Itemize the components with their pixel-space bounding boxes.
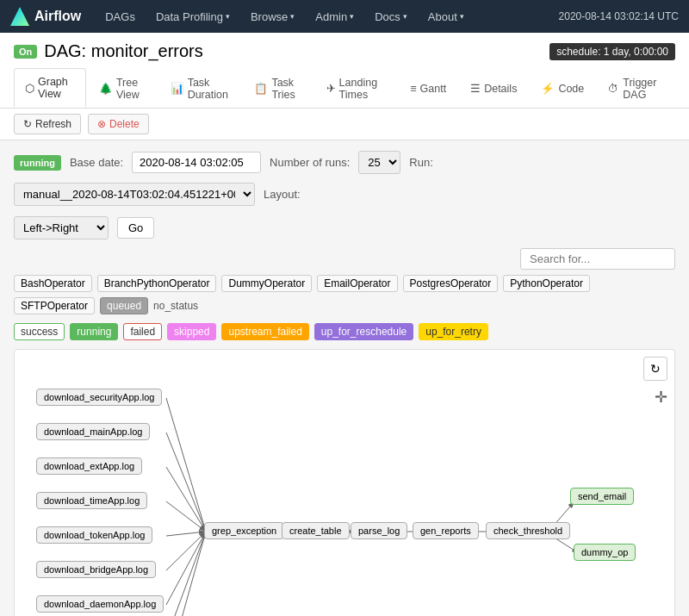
legend-bash-operator[interactable]: BashOperator <box>14 275 92 292</box>
legend-email-operator[interactable]: EmailOperator <box>317 275 397 292</box>
nav-browse[interactable]: Browse ▾ <box>242 3 303 30</box>
tab-tree-view[interactable]: 🌲 Tree View <box>88 68 158 108</box>
nav-dags[interactable]: DAGs <box>96 3 144 30</box>
dag-title-row: On DAG: monitor_errors schedule: 1 day, … <box>14 41 675 61</box>
zoom-in-icon[interactable]: ✛ <box>655 388 667 407</box>
filter-row-2: Left->Right Go <box>14 216 675 240</box>
nav-admin[interactable]: Admin ▾ <box>307 3 363 30</box>
datetime-display: 2020-08-14 03:02:14 UTC <box>559 10 679 22</box>
toolbar: ↻ Refresh ⊗ Delete <box>0 109 689 140</box>
legend-dummy-operator[interactable]: DummyOperator <box>221 275 312 292</box>
top-navigation: Airflow DAGs Data Profiling ▾ Browse ▾ A… <box>0 0 689 33</box>
svg-line-4 <box>166 501 206 532</box>
task-node-check-threshold[interactable]: check_threshold <box>486 522 570 539</box>
run-label: Run: <box>409 156 432 169</box>
nav-links: DAGs Data Profiling ▾ Browse ▾ Admin ▾ D… <box>96 3 558 30</box>
svg-line-3 <box>166 467 206 532</box>
refresh-icon: ↻ <box>23 118 32 130</box>
delete-button[interactable]: ⊗ Delete <box>88 114 149 134</box>
legend-upstream-failed[interactable]: upstream_failed <box>221 323 308 340</box>
graph-canvas: download_securityApp.log download_mainAp… <box>14 349 675 616</box>
base-date-input[interactable] <box>132 152 261 173</box>
on-badge[interactable]: On <box>14 45 37 59</box>
task-tries-icon: 📋 <box>254 82 268 95</box>
num-runs-select[interactable]: 25 <box>358 151 400 174</box>
legend-no-status: no_status <box>153 300 198 312</box>
go-button[interactable]: Go <box>117 217 154 239</box>
tab-gantt[interactable]: ≡ Gantt <box>399 68 457 108</box>
svg-line-2 <box>166 432 206 532</box>
task-node-download-token[interactable]: download_tokenApp.log <box>36 526 152 544</box>
base-date-label: Base date: <box>70 156 123 169</box>
nav-data-profiling[interactable]: Data Profiling ▾ <box>147 3 239 30</box>
legend-running[interactable]: running <box>70 323 118 340</box>
trigger-icon: ⏱ <box>608 83 619 95</box>
svg-line-7 <box>166 532 206 605</box>
legend-branch-python-operator[interactable]: BranchPythonOperator <box>97 275 217 292</box>
page-header: On DAG: monitor_errors schedule: 1 day, … <box>0 33 689 109</box>
logo-text: Airflow <box>34 9 81 24</box>
landing-times-icon: ✈ <box>326 82 336 95</box>
legend-up-for-reschedule[interactable]: up_for_reschedule <box>314 323 413 340</box>
task-node-send-email[interactable]: send_email <box>570 488 634 505</box>
tab-details[interactable]: ☰ Details <box>459 68 528 108</box>
airflow-logo-icon <box>10 7 29 26</box>
task-node-download-security[interactable]: download_securityApp.log <box>36 389 162 406</box>
tab-code[interactable]: ⚡ Code <box>530 68 595 108</box>
details-icon: ☰ <box>470 82 481 95</box>
legend-python-operator[interactable]: PythonOperator <box>503 275 590 292</box>
svg-line-8 <box>166 532 206 616</box>
tab-task-tries[interactable]: 📋 Task Tries <box>243 68 313 108</box>
tab-task-duration[interactable]: 📊 Task Duration <box>159 68 242 108</box>
task-node-gen-reports[interactable]: gen_reports <box>413 522 479 539</box>
gantt-icon: ≡ <box>410 83 416 95</box>
task-node-dummy-op[interactable]: dummy_op <box>574 544 636 561</box>
tab-graph-view[interactable]: ⬡ Graph View <box>14 68 86 108</box>
legend-failed[interactable]: failed <box>123 323 162 340</box>
task-node-download-ext[interactable]: download_extApp.log <box>36 457 142 475</box>
layout-label: Layout: <box>264 188 301 201</box>
svg-line-1 <box>166 398 206 532</box>
graph-refresh-button[interactable]: ↻ <box>643 357 667 381</box>
svg-line-9 <box>166 532 206 616</box>
legend-success[interactable]: success <box>14 323 65 340</box>
task-node-download-bridge[interactable]: download_bridgeApp.log <box>36 561 156 578</box>
running-status-badge: running <box>14 155 61 171</box>
refresh-button[interactable]: ↻ Refresh <box>14 114 81 134</box>
task-node-grep-exception[interactable]: grep_exception <box>204 522 284 539</box>
tree-view-icon: 🌲 <box>99 82 113 95</box>
legend-queued[interactable]: queued <box>100 297 148 314</box>
graph-view-icon: ⬡ <box>25 82 34 95</box>
dag-name: DAG: monitor_errors <box>44 41 203 61</box>
tab-landing-times[interactable]: ✈ Landing Times <box>315 68 398 108</box>
task-node-download-time[interactable]: download_timeApp.log <box>36 492 147 509</box>
legend-status-row: success running failed skipped upstream_… <box>14 323 675 340</box>
dag-title: On DAG: monitor_errors <box>14 41 203 61</box>
tab-bar: ⬡ Graph View 🌲 Tree View 📊 Task Duration… <box>14 68 675 108</box>
task-node-parse-log[interactable]: parse_log <box>351 522 407 539</box>
layout-select[interactable]: Left->Right <box>14 216 109 240</box>
svg-line-6 <box>166 532 206 570</box>
delete-icon: ⊗ <box>97 118 106 130</box>
legend-row: BashOperator BranchPythonOperator DummyO… <box>14 275 675 314</box>
run-select[interactable]: manual__2020-08-14T03:02:04.451221+00:00 <box>14 183 255 206</box>
task-node-download-daemon[interactable]: download_daemonApp.log <box>36 595 164 613</box>
schedule-badge: schedule: 1 day, 0:00:00 <box>549 43 675 60</box>
search-row <box>14 248 675 270</box>
legend-postgres-operator[interactable]: PostgresOperator <box>403 275 499 292</box>
num-runs-label: Number of runs: <box>270 156 350 169</box>
search-input[interactable] <box>520 248 675 270</box>
legend-up-for-retry[interactable]: up_for_retry <box>419 323 488 340</box>
code-icon: ⚡ <box>541 82 555 95</box>
main-content: running Base date: Number of runs: 25 Ru… <box>0 140 689 616</box>
tab-trigger-dag[interactable]: ⏱ Trigger DAG <box>597 68 673 108</box>
filter-row-1: running Base date: Number of runs: 25 Ru… <box>14 151 675 206</box>
nav-docs[interactable]: Docs ▾ <box>366 3 416 30</box>
logo[interactable]: Airflow <box>10 7 81 26</box>
task-node-create-table[interactable]: create_table <box>282 522 350 539</box>
task-node-download-main[interactable]: download_mainApp.log <box>36 423 150 440</box>
legend-skipped[interactable]: skipped <box>167 323 216 340</box>
task-duration-icon: 📊 <box>171 82 184 95</box>
nav-about[interactable]: About ▾ <box>419 3 473 30</box>
legend-sftp-operator[interactable]: SFTPOperator <box>14 297 95 314</box>
